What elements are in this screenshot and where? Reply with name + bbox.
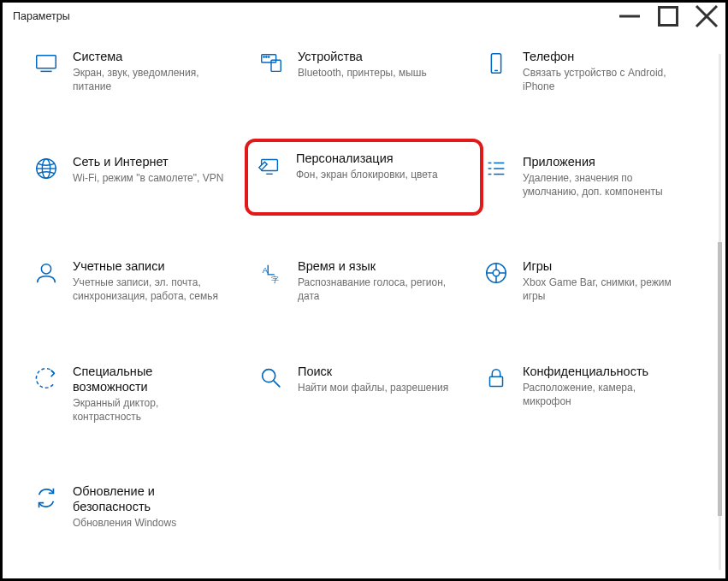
settings-item-search[interactable]: ПоискНайти мои файлы, разрешения <box>255 360 473 428</box>
item-desc: Экран, звук, уведомления, питание <box>73 66 227 93</box>
item-desc: Фон, экран блокировки, цвета <box>296 168 438 181</box>
settings-item-ease-of-access[interactable]: Специальные возможностиЭкранный диктор, … <box>30 360 248 428</box>
item-desc: Wi-Fi, режим "в самолете", VPN <box>73 171 223 185</box>
item-title: Конфиденциальность <box>523 364 677 379</box>
system-icon <box>32 49 61 78</box>
item-title: Игры <box>523 258 677 274</box>
settings-item-gaming[interactable]: ИгрыXbox Game Bar, снимки, режим игры <box>480 255 698 307</box>
item-title: Время и язык <box>298 258 452 274</box>
item-title: Телефон <box>523 49 677 64</box>
ease-of-access-icon <box>32 364 61 393</box>
window-title: Параметры <box>13 10 610 22</box>
svg-point-24 <box>41 264 50 274</box>
svg-point-9 <box>266 56 267 57</box>
privacy-icon <box>482 364 511 393</box>
svg-point-28 <box>493 270 500 276</box>
settings-item-devices[interactable]: УстройстваBluetooth, принтеры, мышь <box>255 45 473 98</box>
settings-item-apps[interactable]: ПриложенияУдаление, значения по умолчани… <box>480 151 698 203</box>
svg-text:字: 字 <box>271 276 279 284</box>
settings-item-privacy[interactable]: КонфиденциальностьРасположение, камера, … <box>480 360 698 428</box>
item-desc: Удаление, значения по умолчанию, доп. ко… <box>523 171 677 199</box>
item-desc: Распознавание голоса, регион, дата <box>298 276 452 303</box>
svg-point-8 <box>263 56 264 57</box>
gaming-icon <box>482 258 511 288</box>
accounts-icon <box>32 258 61 288</box>
item-desc: Учетные записи, эл. почта, синхронизация… <box>73 276 227 303</box>
item-title: Поиск <box>298 364 448 379</box>
item-desc: Xbox Game Bar, снимки, режим игры <box>523 276 677 303</box>
item-title: Устройства <box>298 49 427 64</box>
item-desc: Расположение, камера, микрофон <box>523 381 677 408</box>
close-button[interactable] <box>687 3 725 29</box>
settings-item-update-security[interactable]: Обновление и безопасностьОбновления Wind… <box>30 480 248 533</box>
svg-line-34 <box>274 380 281 387</box>
settings-item-accounts[interactable]: Учетные записиУчетные записи, эл. почта,… <box>30 255 248 307</box>
titlebar: Параметры <box>3 3 725 30</box>
svg-rect-6 <box>262 55 276 62</box>
network-icon <box>32 154 61 183</box>
search-icon <box>257 364 286 393</box>
svg-rect-35 <box>490 376 503 386</box>
item-desc: Обновления Windows <box>73 516 227 530</box>
item-desc: Найти мои файлы, разрешения <box>298 381 448 394</box>
svg-rect-1 <box>659 8 677 26</box>
highlighted-item: ПерсонализацияФон, экран блокировки, цве… <box>245 139 483 216</box>
svg-point-10 <box>269 56 269 57</box>
settings-item-system[interactable]: СистемаЭкран, звук, уведомления, питание <box>30 45 248 98</box>
svg-text:A: A <box>263 266 269 275</box>
item-title: Сеть и Интернет <box>73 154 223 169</box>
update-security-icon <box>32 483 61 513</box>
svg-point-33 <box>263 369 275 382</box>
time-language-icon: A字 <box>257 258 286 288</box>
settings-item-time-language[interactable]: A字 Время и языкРаспознавание голоса, рег… <box>255 255 473 307</box>
item-title: Учетные записи <box>73 258 227 274</box>
phone-icon <box>482 49 511 78</box>
item-title: Специальные возможности <box>73 364 227 394</box>
settings-item-network[interactable]: Сеть и ИнтернетWi-Fi, режим "в самолете"… <box>30 151 248 203</box>
item-title: Обновление и безопасность <box>73 483 227 514</box>
settings-item-personalization[interactable]: ПерсонализацияФон, экран блокировки, цве… <box>255 151 473 181</box>
devices-icon <box>257 49 286 78</box>
settings-grid: СистемаЭкран, звук, уведомления, питание… <box>3 30 725 542</box>
minimize-button[interactable] <box>610 3 648 29</box>
apps-icon <box>482 154 511 183</box>
maximize-button[interactable] <box>648 3 687 29</box>
item-title: Система <box>73 49 227 64</box>
item-desc: Связать устройство с Android, iPhone <box>523 66 677 93</box>
window-controls <box>610 3 725 29</box>
item-desc: Bluetooth, принтеры, мышь <box>298 66 427 80</box>
svg-rect-4 <box>37 56 56 68</box>
item-desc: Экранный диктор, контрастность <box>73 396 227 424</box>
scrollbar-thumb[interactable] <box>718 242 722 516</box>
item-title: Приложения <box>523 154 677 169</box>
personalization-icon <box>255 151 284 180</box>
settings-item-phone[interactable]: ТелефонСвязать устройство с Android, iPh… <box>480 45 698 98</box>
item-title: Персонализация <box>296 151 438 166</box>
